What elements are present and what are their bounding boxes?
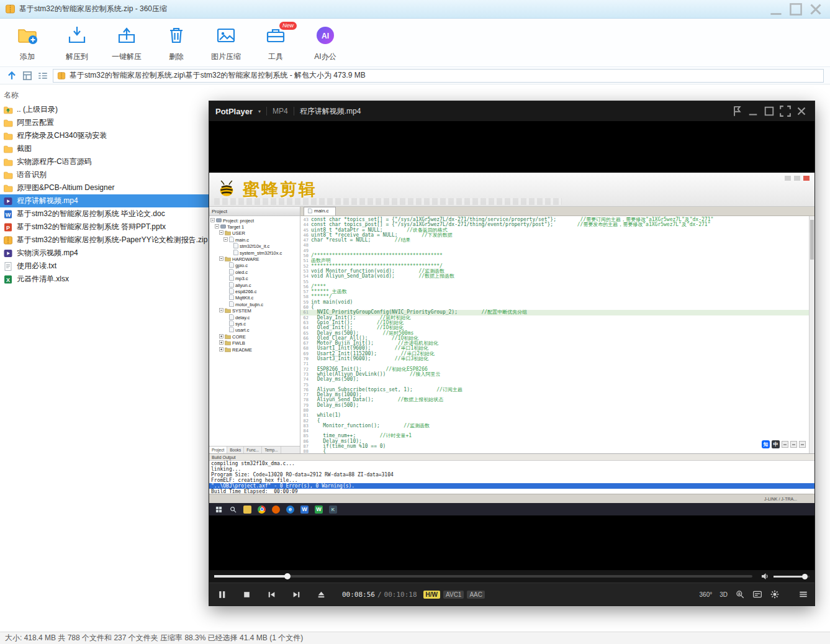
subtitle-browse-icon[interactable] — [735, 589, 745, 599]
maximize-button[interactable] — [762, 104, 776, 118]
project-tree-item[interactable]: HARDWARE — [209, 256, 300, 262]
potplayer-titlebar[interactable]: PotPlayer MP4 程序讲解视频.mp4 — [209, 101, 814, 121]
volume-slider[interactable] — [774, 576, 810, 578]
tray-tool-icon[interactable] — [782, 441, 788, 448]
file-row[interactable]: 实物演示视频.mp4 — [0, 247, 209, 260]
tree-expand-icon[interactable] — [219, 340, 223, 346]
fullscreen-button[interactable] — [778, 104, 792, 118]
tray-tool-icon[interactable] — [799, 441, 806, 448]
project-tree-item[interactable]: main.c — [209, 237, 300, 243]
mode-3d-button[interactable]: 3D — [719, 591, 728, 598]
project-tree-item[interactable]: aliyun.c — [209, 282, 300, 288]
toolbar-button-add-files[interactable]: 添加 — [2, 21, 52, 65]
project-tree-item[interactable]: stm32f10x_it.c — [209, 243, 300, 250]
minimize-button[interactable] — [746, 104, 760, 118]
tree-expand-icon[interactable] — [223, 237, 228, 243]
file-row[interactable]: 程序烧录及CH340驱动安装 — [0, 129, 209, 142]
open-button[interactable] — [309, 583, 333, 606]
project-tree-item[interactable]: Project: project — [209, 217, 300, 224]
firefox-icon[interactable] — [272, 506, 280, 514]
file-row[interactable]: P基于stm32的智能家居控制系统 答辩PPT.pptx — [0, 220, 209, 234]
up-icon[interactable] — [6, 70, 17, 81]
file-row[interactable]: .. (上级目录) — [0, 103, 209, 116]
start-icon[interactable] — [215, 506, 223, 514]
tree-expand-icon[interactable] — [219, 308, 223, 314]
project-tree-item[interactable]: mp3.c — [209, 276, 300, 282]
chevron-down-icon[interactable] — [258, 109, 261, 114]
toolbar-button-ai-office[interactable]: AIAI办公 — [300, 21, 350, 65]
file-row[interactable]: X元器件清单.xlsx — [0, 273, 209, 286]
address-bar[interactable]: 基于stm32的智能家居控制系统.zip\基于stm32的智能家居控制系统 - … — [53, 69, 824, 83]
project-tree-item[interactable]: Target 1 — [209, 224, 300, 230]
file-row[interactable]: 程序讲解视频.mp4 — [0, 194, 209, 207]
project-panel-header[interactable]: Project — [209, 207, 300, 216]
project-tree-item[interactable]: system_stm32f10x.c — [209, 250, 300, 256]
maximize-button[interactable] — [787, 3, 805, 16]
scrollbar-thumb[interactable] — [810, 220, 814, 260]
subtitle-panel-icon[interactable] — [752, 589, 762, 599]
file-row[interactable]: 截图 — [0, 142, 209, 155]
tree-expand-icon[interactable] — [219, 230, 223, 236]
file-row[interactable]: 语音识别 — [0, 168, 209, 181]
stop-button[interactable] — [234, 583, 259, 606]
project-panel-tab[interactable]: Temp... — [262, 447, 281, 453]
mode-360-button[interactable]: 360° — [700, 591, 713, 598]
view-list-icon[interactable] — [37, 70, 48, 81]
tree-expand-icon[interactable] — [219, 347, 223, 353]
project-tree-item[interactable]: SYSTEM — [209, 307, 300, 314]
project-tree-item[interactable]: USER — [209, 230, 300, 237]
code-editor[interactable]: 43const char *topics_set[] = {"/sys/a1XG… — [300, 216, 814, 453]
project-tree-item[interactable]: oled.c — [209, 269, 300, 275]
potplayer-logo[interactable]: PotPlayer — [215, 107, 253, 116]
keil-icon[interactable]: K — [329, 506, 337, 514]
file-row[interactable]: 实物源程序-C语言源码 — [0, 155, 209, 168]
word-icon[interactable]: W — [300, 506, 309, 514]
seek-handle[interactable] — [284, 573, 291, 579]
project-tree-item[interactable]: gpio.c — [209, 263, 300, 269]
tray-tool-icon[interactable] — [790, 441, 797, 448]
previous-button[interactable] — [259, 583, 284, 606]
project-panel-tab[interactable]: Books — [227, 447, 244, 453]
file-row[interactable]: W基于stm32的智能家居控制系统 毕业论文.doc — [0, 207, 209, 220]
project-panel-tab[interactable]: Project — [209, 447, 227, 453]
project-tree-item[interactable]: sys.c — [209, 320, 300, 327]
view-grid-icon[interactable] — [22, 70, 33, 81]
project-tree-item[interactable]: FWLB — [209, 340, 300, 346]
project-tree-item[interactable]: motor_bujin.c — [209, 301, 300, 307]
volume-handle[interactable] — [802, 574, 808, 579]
file-row[interactable]: 原理图&PCB-Altium Designer — [0, 181, 209, 194]
project-tree-item[interactable]: esp8266.c — [209, 288, 300, 294]
tree-expand-icon[interactable] — [210, 218, 215, 224]
edge-icon[interactable]: e — [286, 506, 294, 514]
close-button[interactable] — [795, 104, 808, 118]
editor-scrollbar[interactable] — [809, 216, 814, 453]
project-tree-item[interactable]: MqttKit.c — [209, 295, 300, 301]
seek-bar[interactable] — [214, 575, 752, 578]
file-row[interactable]: 使用必读.txt — [0, 260, 209, 273]
pin-button[interactable] — [730, 104, 744, 118]
wps-icon[interactable]: W — [315, 506, 323, 514]
input-method-cn-icon[interactable]: 中 — [772, 440, 780, 448]
zhihu-icon[interactable]: 知 — [762, 440, 770, 448]
toolbar-button-one-click-extract[interactable]: 一键解压 — [102, 21, 151, 65]
project-tree-item[interactable]: usart.c — [209, 327, 300, 333]
toolbar-button-image-compress[interactable]: 图片压缩 — [201, 21, 251, 65]
hw-decode-badge[interactable]: H/W — [423, 591, 440, 599]
file-row[interactable]: 阿里云配置 — [0, 116, 209, 129]
project-tree-item[interactable]: delay.c — [209, 314, 300, 320]
explorer-icon[interactable] — [243, 506, 251, 514]
toolbar-button-delete[interactable]: 删除 — [151, 21, 201, 65]
tree-expand-icon[interactable] — [219, 256, 223, 262]
video-area[interactable]: 蜜蜂剪辑 Project Project: projectTarget 1USE… — [209, 121, 814, 570]
project-tree-item[interactable]: README — [209, 347, 300, 353]
minimize-button[interactable] — [767, 3, 785, 16]
speaker-icon[interactable] — [760, 571, 770, 581]
build-output-header[interactable]: Build Output — [209, 454, 814, 461]
toolbar-button-tools[interactable]: New工具 — [251, 21, 300, 65]
chrome-icon[interactable] — [258, 506, 266, 514]
menu-icon[interactable] — [798, 589, 808, 599]
close-button[interactable] — [806, 3, 825, 16]
editor-tab-main-c[interactable]: main.c — [304, 207, 336, 215]
pause-button[interactable] — [209, 583, 234, 606]
toolbar-button-extract-to[interactable]: 解压到 — [52, 21, 102, 65]
